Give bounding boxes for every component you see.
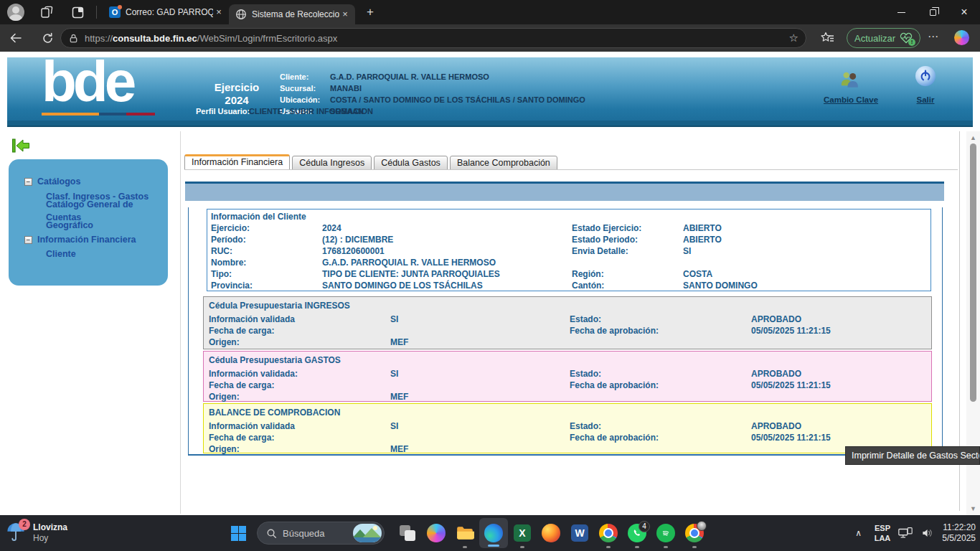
row-value: APROBADO <box>751 368 931 380</box>
back-icon[interactable] <box>6 28 26 48</box>
start-button[interactable] <box>224 517 253 550</box>
word-icon[interactable]: W <box>565 517 594 550</box>
row-label: Origen: <box>209 336 390 348</box>
windows-logo-icon <box>231 526 246 541</box>
row-label: Origen: <box>209 391 390 402</box>
cambio-clave-link[interactable]: Cambio Clave <box>819 95 883 104</box>
info-row: Información validadaSIEstado:APROBADO <box>204 420 931 432</box>
row-label: Información validada <box>209 420 390 432</box>
close-tab-icon[interactable]: × <box>339 9 351 20</box>
row-label <box>570 391 751 402</box>
power-icon[interactable] <box>915 66 936 86</box>
tab-cedula-ingresos[interactable]: Cédula Ingresos <box>292 156 372 170</box>
weather-widget[interactable]: 2 Llovizna Hoy <box>6 519 67 547</box>
sidebar-item-cliente[interactable]: Cliente <box>46 248 76 260</box>
tab-balance-comprobacion[interactable]: Balance Comprobación <box>450 156 557 170</box>
browser-toolbar: https://consulta.bde.fin.ec/WebSim/Login… <box>0 24 980 52</box>
row-label <box>572 257 683 268</box>
browser-tab-correo[interactable]: O Correo: GAD PARROQUIAL VALLE × <box>103 0 229 24</box>
minimize-button[interactable] <box>885 0 917 24</box>
umbrella-icon: 2 <box>6 521 27 545</box>
row-label: Fecha de aprobación: <box>570 380 751 391</box>
row-label: Fecha de carga: <box>209 432 390 443</box>
field-value: G.A.D. PARROQUIAL R. VALLE HERMOSO <box>330 71 585 83</box>
copilot-app-icon[interactable] <box>422 517 451 550</box>
collapse-node-icon[interactable]: − <box>24 178 32 186</box>
scroll-up-icon[interactable]: ▲ <box>966 134 980 141</box>
field-value: COSTA / SANTO DOMINGO DE LOS TSÁCHILAS /… <box>330 94 585 105</box>
collapse-node-icon[interactable]: − <box>24 236 32 244</box>
volume-icon[interactable] <box>920 527 935 540</box>
network-icon[interactable] <box>897 526 913 540</box>
row-label: Región: <box>572 268 683 280</box>
sidebar-item-geografico[interactable]: Geográfico <box>46 219 93 232</box>
info-row: Información validadaSIEstado:APROBADO <box>204 314 931 325</box>
row-label: RUC: <box>211 245 322 257</box>
refresh-icon[interactable] <box>37 28 57 48</box>
language-indicator[interactable]: ESP LAA <box>875 523 891 543</box>
row-label: Estado Ejercicio: <box>572 222 683 234</box>
search-box[interactable]: Búsqueda <box>257 522 385 545</box>
row-label: Envia Detalle: <box>572 245 683 257</box>
info-row: Período:(12) : DICIEMBREEstado Periodo:A… <box>207 234 930 245</box>
chrome-icon[interactable] <box>594 517 623 550</box>
new-tab-button[interactable]: + <box>361 3 380 22</box>
close-window-button[interactable]: × <box>948 0 980 24</box>
favorite-star-icon[interactable]: ☆ <box>789 32 798 44</box>
edge-icon[interactable] <box>479 518 508 548</box>
browser-profile-avatar[interactable] <box>7 4 24 21</box>
close-tab-icon[interactable]: × <box>213 6 225 18</box>
sidebar-node-informacion-financiera[interactable]: − Información Financiera <box>24 233 136 246</box>
sidebar-item-catalogo-general-cuentas[interactable]: Catálogo General de Cuentas <box>46 204 168 217</box>
system-tray: ∧ ESP LAA 11:22:20 5/5/2025 <box>850 515 976 551</box>
tab-cedula-gastos[interactable]: Cédula Gastos <box>374 156 448 170</box>
task-view-icon[interactable] <box>393 517 422 550</box>
row-value: SI <box>683 245 930 257</box>
workspaces-icon[interactable] <box>40 5 55 19</box>
spotify-icon[interactable] <box>651 517 680 550</box>
clock[interactable]: 11:22:20 5/5/2025 <box>942 522 976 544</box>
sidebar-label[interactable]: Cliente <box>46 248 76 260</box>
browser-tab-sistema[interactable]: Sistema de Recoleccion de Inform × <box>229 4 355 24</box>
ejercicio-block: Ejercicio 2024 <box>201 81 273 107</box>
salir-link[interactable]: Salir <box>908 95 943 104</box>
scrollbar-thumb[interactable] <box>970 143 976 402</box>
row-value: SANTO DOMINGO DE LOS TSÁCHILAS <box>322 280 572 291</box>
collapse-menu-icon[interactable] <box>11 138 30 156</box>
browser-menu-icon[interactable]: ⋯ <box>928 30 939 43</box>
perfil-usuario-value: CLIENTE - SUBIR INFORMACION <box>249 105 373 117</box>
restore-button[interactable] <box>917 0 948 24</box>
file-explorer-icon[interactable] <box>451 517 479 550</box>
hidden-icons-chevron[interactable]: ∧ <box>850 528 867 538</box>
firefox-icon[interactable] <box>537 517 565 550</box>
weather-condition: Llovizna <box>33 522 67 533</box>
favorites-bar-icon[interactable] <box>820 31 834 48</box>
users-icon[interactable] <box>838 70 861 92</box>
info-row: Ejercicio:2024Estado Ejercicio:ABIERTO <box>207 222 930 234</box>
chrome-profile-icon[interactable] <box>680 517 709 550</box>
sidebar-label[interactable]: Catálogos <box>37 175 80 188</box>
excel-icon[interactable]: X <box>508 517 537 550</box>
header-bottom-strip <box>7 121 973 127</box>
field-label: Sucursal: <box>280 83 330 94</box>
tab-informacion-financiera[interactable]: Información Financiera <box>184 154 290 170</box>
row-value: SI <box>390 420 570 432</box>
actualizar-label: Actualizar <box>854 33 895 44</box>
row-value: (12) : DICIEMBRE <box>322 234 572 245</box>
info-row: Provincia:SANTO DOMINGO DE LOS TSÁCHILAS… <box>207 280 930 291</box>
info-row: Origen:MEF <box>204 443 931 455</box>
scroll-down-icon[interactable]: ▼ <box>966 505 980 512</box>
sidebar-label[interactable]: Geográfico <box>46 219 93 232</box>
search-placeholder: Búsqueda <box>283 528 347 539</box>
row-label: Información validada <box>209 314 390 325</box>
tab-actions-icon[interactable] <box>70 5 85 19</box>
whatsapp-icon[interactable]: 4 <box>623 517 651 550</box>
lock-icon <box>68 33 79 44</box>
actualizar-button[interactable]: Actualizar ! <box>847 28 920 48</box>
url-bar[interactable]: https://consulta.bde.fin.ec/WebSim/Login… <box>60 28 806 48</box>
sidebar-node-catalogos[interactable]: − Catálogos <box>24 175 80 188</box>
sidebar-label[interactable]: Información Financiera <box>37 233 136 246</box>
perfil-usuario-label: Perfil Usuario: <box>196 105 250 117</box>
row-label: Fecha de carga: <box>209 380 390 391</box>
copilot-icon[interactable] <box>954 30 969 45</box>
